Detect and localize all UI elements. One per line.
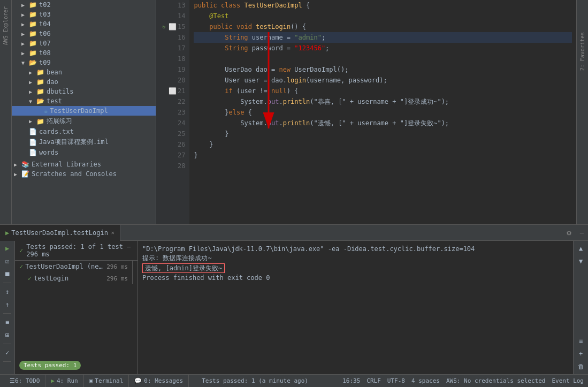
run-tabs-bar: ▶ TestUserDaoImpl.testLogin ✕ ⚙ — [0, 225, 588, 241]
status-tab-run[interactable]: ▶ 4: Run [45, 375, 83, 388]
sidebar-item-t03[interactable]: ▶ 📁 t03 [12, 10, 156, 19]
sidebar-item-t04[interactable]: ▶ 📁 t04 [12, 19, 156, 29]
toolbar-separator-4 [3, 361, 11, 362]
arrow-icon: ▶ [21, 31, 29, 37]
expand-button[interactable]: ⊞ [2, 330, 13, 340]
line-num: 28 [178, 161, 185, 171]
folder-icon: 📁 [29, 11, 37, 18]
status-tab-messages[interactable]: 💬 0: Messages [129, 375, 189, 388]
sidebar-item-bean[interactable]: ▶ 📁 bean [12, 67, 156, 77]
line-number-27: 27 [161, 150, 185, 161]
status-right: 16:35 CRLF UTF-8 4 spaces AWS: No creden… [342, 377, 584, 384]
sidebar-item-cards[interactable]: ▶ 📄 cards.txt [12, 127, 156, 136]
sidebar-item-t06[interactable]: ▶ 📁 t06 [12, 29, 156, 39]
test-method-name: testLogin [34, 275, 68, 282]
test-status-bar: ✓ Tests passed: 1 of 1 test – 296 ms [15, 241, 138, 261]
arrow-icon: ▶ [21, 41, 29, 47]
sidebar-item-label: t06 [39, 30, 51, 37]
status-tab-terminal[interactable]: ▣ Terminal [84, 375, 129, 388]
bookmark-icon: ⬜ [169, 24, 175, 30]
sidebar-item-external-libs[interactable]: ▶ 📚 External Libraries [12, 160, 156, 169]
run-tab-active[interactable]: ▶ TestUserDaoImpl.testLogin ✕ [0, 225, 120, 241]
line-num: 16 [178, 32, 185, 43]
sidebar-item-t02[interactable]: ▶ 📁 t02 [12, 0, 156, 10]
sidebar-item-test[interactable]: ▼ 📂 test [12, 96, 156, 106]
favorites-strip[interactable]: 2: Favorites [576, 0, 588, 224]
line-number-26: 26 [161, 139, 185, 150]
line-num: 17 [178, 43, 185, 54]
sidebar-item-extension[interactable]: ▶ 📁 拓展练习 [12, 116, 156, 127]
add-side-button[interactable]: + [576, 348, 586, 359]
test-row-class[interactable]: ✓ TestUserDaoImpl (ne… 296 ms [15, 261, 132, 272]
code-line-24: System.out.println("遗憾, [" + username + … [194, 118, 572, 128]
line-num: 20 [178, 75, 185, 86]
code-content[interactable]: public class TestUserDaoImpl { @Test pub… [189, 0, 576, 224]
run-tab-close-btn[interactable]: ✕ [111, 230, 114, 236]
toolbar-separator [3, 283, 11, 283]
code-line-25: } [194, 128, 572, 139]
sidebar-item-label: t09 [39, 59, 51, 66]
check-icon: ✓ [19, 247, 23, 254]
code-line-14: @Test [194, 11, 572, 21]
run-again-button[interactable]: ▶ [2, 243, 13, 254]
status-tabs: ☰ 6: TODO ▶ 4: Run ▣ Terminal 💬 0: Messa… [4, 375, 189, 388]
rerun-button[interactable]: ☑ [2, 256, 13, 267]
sidebar-item-dbutils[interactable]: ▶ 📁 dbutils [12, 87, 156, 96]
code-line-28 [194, 161, 572, 171]
sidebar-item-scratches[interactable]: ▶ 📝 Scratches and Consoles [12, 169, 156, 179]
sidebar-item-t08[interactable]: ▶ 📁 t08 [12, 48, 156, 58]
sidebar-item-t07[interactable]: ▶ 📁 t07 [12, 39, 156, 48]
code-line-21: if (user != null) { [194, 86, 572, 96]
words-file-icon: 📄 [29, 149, 37, 156]
sort-button[interactable]: ↕ [2, 286, 13, 297]
scroll-up-button[interactable]: ▲ [576, 243, 586, 254]
test-class-name: TestUserDaoImpl (ne… [25, 263, 103, 270]
aws-indicator[interactable]: AWS: No credentials selected [446, 377, 545, 384]
minimize-button[interactable]: — [576, 229, 588, 237]
code-line-26: } [194, 139, 572, 150]
sidebar-item-t09[interactable]: ▼ 📂 t09 [12, 58, 156, 67]
folder-open-icon: 📂 [36, 97, 44, 105]
sidebar-item-words[interactable]: ▶ 📄 words [12, 148, 156, 157]
folder-icon: 📁 [29, 40, 37, 47]
run-gutter-icon[interactable]: ↻ [161, 24, 167, 30]
line-num: 22 [178, 96, 185, 107]
sidebar-item-label: Java项目课程案例.iml [39, 138, 109, 147]
encoding-indicator[interactable]: UTF-8 [387, 377, 405, 384]
stop-button[interactable]: ⏹ [2, 269, 13, 279]
test-class-time: 296 ms [106, 263, 128, 270]
check-button[interactable]: ✓ [2, 347, 13, 358]
folder-icon: 📁 [29, 20, 37, 28]
run-panel: ▶ TestUserDaoImpl.testLogin ✕ ⚙ — ▶ ☑ ⏹ … [0, 224, 588, 374]
line-num: 13 [178, 0, 185, 11]
collapse-button[interactable]: ≡ [2, 317, 13, 328]
sidebar-item-iml[interactable]: ▶ 📄 Java项目课程案例.iml [12, 136, 156, 148]
test-row-method[interactable]: ✓ testLogin 296 ms [15, 272, 132, 284]
sidebar-item-label: test [47, 97, 62, 105]
aws-explorer-strip: AWS Explorer [0, 0, 12, 224]
remove-side-button[interactable]: 🗑 [576, 361, 586, 372]
sidebar-item-dao[interactable]: ▶ 📁 dao [12, 77, 156, 87]
favorites-label[interactable]: 2: Favorites [579, 32, 585, 71]
arrow-icon: ▶ [29, 70, 36, 75]
console-output: "D:\Program Files\Java\jdk-11.0.7\bin\ja… [138, 241, 573, 374]
folder-icon: 📁 [29, 30, 37, 37]
settings-button[interactable]: ⚙ [562, 229, 575, 237]
indent-indicator[interactable]: 4 spaces [411, 377, 440, 384]
settings-side-button[interactable]: ≡ [576, 336, 586, 346]
todo-label: 6: TODO [15, 377, 40, 384]
java-file-icon: ☕ [44, 107, 48, 115]
line-num: 18 [178, 54, 185, 64]
status-tab-todo[interactable]: ☰ 6: TODO [4, 375, 45, 388]
line-num: 19 [178, 64, 185, 75]
scroll-down-button[interactable]: ▼ [576, 256, 586, 267]
event-log-link[interactable]: Event Log [552, 377, 584, 384]
arrow-icon: ▶ [21, 21, 29, 27]
sort-asc-button[interactable]: ↑ [2, 299, 13, 310]
test-pass-icon: ✓ [19, 263, 23, 270]
line-number-23: 23 [161, 107, 185, 118]
code-line-23: }else { [194, 107, 572, 118]
sidebar-item-testuserdaraoimpl[interactable]: ▶ ☕ TestUserDaoImpl [12, 106, 156, 116]
aws-explorer-label[interactable]: AWS Explorer [3, 6, 9, 45]
test-method-pass-icon: ✓ [28, 275, 32, 282]
